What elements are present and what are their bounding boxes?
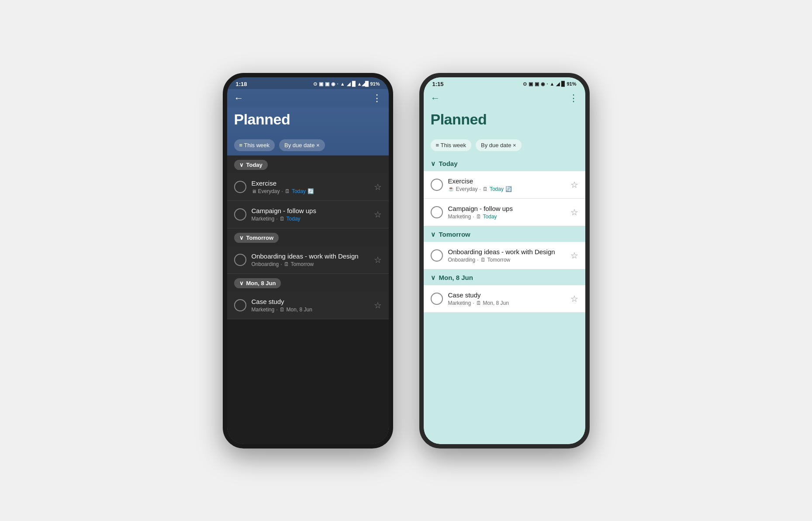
task-campaign-dark[interactable]: Campaign - follow ups Marketing · 🗓 Toda… <box>227 201 389 228</box>
task-content-campaign-light: Campaign - follow ups Marketing · 🗓 Toda… <box>448 205 565 220</box>
more-menu-button-light[interactable]: ⋮ <box>569 93 578 104</box>
task-onboarding-dark[interactable]: Onboarding ideas - work with Design Onbo… <box>227 246 389 274</box>
task-checkbox-campaign-light[interactable] <box>431 206 443 218</box>
mon-chip-dark[interactable]: ∨ Mon, 8 Jun <box>234 278 281 288</box>
task-content-onboarding-light: Onboarding ideas - work with Design Onbo… <box>448 248 565 263</box>
location-icon: ◉ <box>331 81 335 87</box>
today-section-header-dark: ∨ Today <box>227 155 389 173</box>
status-bar-light: 1:15 ⊙ ▣ ▣ ◉ · ▲ ◢ ▉ 91% <box>424 77 585 89</box>
task-content-onboarding-dark: Onboarding ideas - work with Design Onbo… <box>252 252 369 267</box>
date-casestudy-dark: Mon, 8 Jun <box>287 307 312 313</box>
today-label: Today <box>246 162 263 168</box>
status-time: 1:18 <box>236 81 247 87</box>
status-time-light: 1:15 <box>432 81 444 87</box>
star-onboarding-dark[interactable]: ☆ <box>374 255 382 265</box>
repeat-icon-exercise-light: 🔄 <box>505 186 512 192</box>
date-onboarding-light: Tomorrow <box>487 257 511 263</box>
dot-sep4: · <box>276 307 277 313</box>
today-section-header-light: ∨ Today <box>424 155 585 171</box>
battery-pct-l: 91% <box>567 81 576 86</box>
this-week-filter-light[interactable]: ≡ This week <box>431 139 471 151</box>
star-casestudy-dark[interactable]: ☆ <box>374 300 382 311</box>
star-onboarding-light[interactable]: ☆ <box>570 250 578 261</box>
wifi-icon: ▲ <box>340 81 345 86</box>
project-name-campaign-dark: Marketing <box>252 216 275 222</box>
mon-label: Mon, 8 Jun <box>246 280 276 286</box>
star-casestudy-light[interactable]: ☆ <box>570 293 578 304</box>
task-content-campaign-dark: Campaign - follow ups Marketing · 🗓 Toda… <box>252 207 369 222</box>
task-list-light: ∨ Today Exercise ☕ Everyday · 🗓 Today 🔄 <box>424 155 585 444</box>
cal-icon-campaign-dark: 🗓 <box>280 216 285 222</box>
dot-sep-l2: · <box>473 214 474 220</box>
task-casestudy-dark[interactable]: Case study Marketing · 🗓 Mon, 8 Jun ☆ <box>227 292 389 319</box>
chevron-down-icon-mon: ∨ <box>239 280 244 286</box>
dot-l: · <box>547 81 548 86</box>
task-checkbox-campaign-dark[interactable] <box>234 208 246 221</box>
star-campaign-dark[interactable]: ☆ <box>374 209 382 220</box>
task-checkbox-onboarding-dark[interactable] <box>234 254 246 266</box>
task-campaign-light[interactable]: Campaign - follow ups Marketing · 🗓 Toda… <box>424 199 585 226</box>
task-checkbox-exercise-dark[interactable] <box>234 181 246 193</box>
whatsapp-icon-l: ⊙ <box>523 81 527 87</box>
task-exercise-light[interactable]: Exercise ☕ Everyday · 🗓 Today 🔄 ☆ <box>424 171 585 199</box>
dot-sep2: · <box>276 216 277 222</box>
task-casestudy-light[interactable]: Case study Marketing · 🗓 Mon, 8 Jun ☆ <box>424 285 585 313</box>
task-title-onboarding-dark: Onboarding ideas - work with Design <box>252 252 369 260</box>
star-campaign-light[interactable]: ☆ <box>570 207 578 217</box>
this-week-filter[interactable]: ≡ This week <box>234 139 275 151</box>
task-checkbox-onboarding-light[interactable] <box>431 249 443 262</box>
title-area-dark: Planned <box>227 107 389 135</box>
task-subtitle-onboarding-dark: Onboarding · 🗓 Tomorrow <box>252 261 369 267</box>
wifi-icon-l: ▲ <box>550 81 555 86</box>
task-checkbox-casestudy-light[interactable] <box>431 293 443 305</box>
task-title-campaign-light: Campaign - follow ups <box>448 205 565 212</box>
date-onboarding-dark: Tomorrow <box>291 261 314 267</box>
more-menu-button[interactable]: ⋮ <box>372 93 382 104</box>
by-due-date-filter[interactable]: By due date × <box>279 139 325 151</box>
dot-sep-l3: · <box>477 257 478 263</box>
date-exercise-light: Today <box>490 186 504 192</box>
task-checkbox-exercise-light[interactable] <box>431 179 443 191</box>
status-icons: ⊙ ▣ ▣ ◉ · ▲ ◢ ▉ ▲◢▉ 91% <box>313 81 380 87</box>
today-label-light: Today <box>439 160 458 167</box>
task-exercise-dark[interactable]: Exercise 🖥 Everyday · 🗓 Today 🔄 ☆ <box>227 173 389 201</box>
project-name-exercise-light: Everyday <box>456 186 478 192</box>
date-campaign-light: Today <box>483 214 497 220</box>
task-subtitle-exercise-light: ☕ Everyday · 🗓 Today 🔄 <box>448 186 565 192</box>
page-title-light: Planned <box>431 111 578 128</box>
dot-sep3: · <box>280 261 282 267</box>
status-icons-light: ⊙ ▣ ▣ ◉ · ▲ ◢ ▉ 91% <box>523 81 577 87</box>
dot-sep-l4: · <box>473 300 474 306</box>
task-title-casestudy-dark: Case study <box>252 298 369 305</box>
today-chip-dark[interactable]: ∨ Today <box>234 160 268 170</box>
tomorrow-chip-dark[interactable]: ∨ Tomorrow <box>234 233 279 243</box>
title-area-light: Planned <box>424 107 585 135</box>
task-checkbox-casestudy-dark[interactable] <box>234 299 246 311</box>
project-name-campaign-light: Marketing <box>448 214 471 220</box>
task-onboarding-light[interactable]: Onboarding ideas - work with Design Onbo… <box>424 242 585 269</box>
dark-phone: 1:18 ⊙ ▣ ▣ ◉ · ▲ ◢ ▉ ▲◢▉ 91% ← ⋮ Planned… <box>223 73 393 449</box>
chevron-down-icon-tmr: ∨ <box>239 235 244 241</box>
dot-sep: · <box>282 188 283 194</box>
project-name-casestudy-light: Marketing <box>448 300 471 306</box>
cal-icon-exercise-light: 🗓 <box>483 186 488 192</box>
cal-icon-casestudy-light: 🗓 <box>476 300 481 306</box>
back-button[interactable]: ← <box>234 93 244 104</box>
date-exercise-dark: Today <box>292 188 306 194</box>
repeat-icon-exercise-dark: 🔄 <box>308 188 314 194</box>
by-due-date-filter-light[interactable]: By due date × <box>476 139 522 151</box>
chevron-down-icon-tmr-l: ∨ <box>431 231 435 238</box>
star-exercise-dark[interactable]: ☆ <box>374 182 382 192</box>
page-title-dark: Planned <box>234 111 382 128</box>
chevron-down-icon: ∨ <box>239 162 244 168</box>
tomorrow-section-header-light: ∨ Tomorrow <box>424 226 585 242</box>
back-button-light[interactable]: ← <box>431 93 440 104</box>
project-name-exercise-dark: Everyday <box>258 188 280 194</box>
task-title-exercise-dark: Exercise <box>252 179 369 187</box>
app-header-dark: ← ⋮ <box>227 89 389 107</box>
task-content-casestudy-dark: Case study Marketing · 🗓 Mon, 8 Jun <box>252 298 369 313</box>
star-exercise-light[interactable]: ☆ <box>570 179 578 190</box>
mon-section-header-light: ∨ Mon, 8 Jun <box>424 269 585 285</box>
dot-sep-l: · <box>480 186 481 192</box>
battery-icon: ▉ <box>352 81 356 87</box>
